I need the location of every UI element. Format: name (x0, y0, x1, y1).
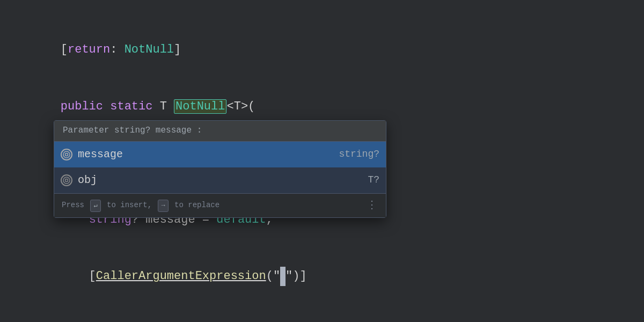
svg-point-3 (65, 179, 68, 181)
autocomplete-item-obj[interactable]: obj T? (54, 167, 386, 193)
insert-key: ↵ (90, 200, 100, 212)
item-type-obj: T? (368, 172, 379, 188)
svg-point-2 (63, 177, 70, 184)
code-line-5: [CallerArgumentExpression(" ")] (32, 248, 612, 305)
item-type-message: string? (339, 147, 379, 162)
autocomplete-footer: Press ↵ to insert, → to replace ⋮ (54, 193, 386, 217)
footer-hint-text: Press ↵ to insert, → to replace (62, 199, 219, 212)
replace-key: → (158, 200, 168, 212)
autocomplete-popup[interactable]: Parameter string? message : message stri… (54, 120, 386, 218)
autocomplete-hint: Parameter string? message : (54, 121, 386, 142)
item-name-message: message (78, 146, 339, 163)
hint-text: Parameter string? message : (63, 124, 202, 138)
svg-point-0 (63, 151, 70, 158)
svg-point-1 (65, 153, 68, 156)
autocomplete-item-message[interactable]: message string? (54, 142, 386, 167)
more-options-icon[interactable]: ⋮ (367, 197, 378, 214)
item-icon-message (61, 149, 72, 160)
item-icon-obj (61, 174, 72, 186)
code-line-1: [return: NotNull] (32, 21, 612, 78)
item-name-obj: obj (78, 172, 368, 189)
code-editor: [return: NotNull] public static T NotNul… (0, 0, 644, 322)
